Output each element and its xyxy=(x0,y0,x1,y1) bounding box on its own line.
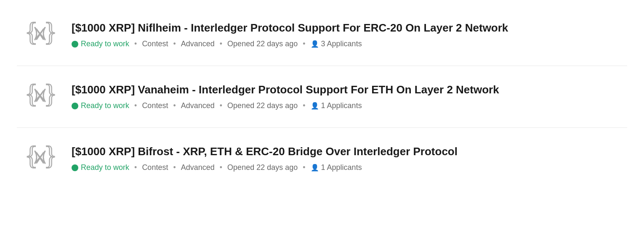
job-content-vanaheim: [$1000 XRP] Vanaheim - Interledger Proto… xyxy=(72,83,627,110)
job-level-bifrost: Advanced xyxy=(181,163,215,172)
separator-3-vanaheim: • xyxy=(220,101,222,110)
status-dot-bifrost xyxy=(72,164,78,171)
separator-1-bifrost: • xyxy=(134,163,137,172)
job-opened-niflheim: Opened 22 days ago xyxy=(227,40,298,48)
separator-3-bifrost: • xyxy=(220,163,222,172)
job-applicants-niflheim: 👤 3 Applicants xyxy=(311,40,362,48)
separator-4-niflheim: • xyxy=(303,40,305,48)
company-logo-vanaheim: { } xyxy=(17,78,63,116)
status-label-bifrost: Ready to work xyxy=(81,163,129,172)
status-dot-vanaheim xyxy=(72,103,78,109)
job-content-bifrost: [$1000 XRP] Bifrost - XRP, ETH & ERC-20 … xyxy=(72,145,627,172)
job-meta-vanaheim: Ready to work • Contest • Advanced • Ope… xyxy=(72,101,627,110)
status-badge-vanaheim: Ready to work xyxy=(72,101,129,110)
status-label-vanaheim: Ready to work xyxy=(81,101,129,110)
separator-1-niflheim: • xyxy=(134,40,137,48)
job-title-bifrost[interactable]: [$1000 XRP] Bifrost - XRP, ETH & ERC-20 … xyxy=(72,145,627,158)
job-applicants-vanaheim: 👤 1 Applicants xyxy=(311,101,362,110)
job-level-vanaheim: Advanced xyxy=(181,101,215,110)
status-label-niflheim: Ready to work xyxy=(81,40,129,48)
svg-text:{: { xyxy=(25,80,38,109)
svg-text:}: } xyxy=(44,80,57,109)
job-level-niflheim: Advanced xyxy=(181,40,215,48)
job-type-vanaheim: Contest xyxy=(142,101,168,110)
separator-2-niflheim: • xyxy=(173,40,176,48)
company-logo-niflheim: { } xyxy=(17,16,63,54)
job-type-niflheim: Contest xyxy=(142,40,168,48)
status-badge-bifrost: Ready to work xyxy=(72,163,129,172)
job-applicants-bifrost: 👤 1 Applicants xyxy=(311,163,362,172)
separator-4-bifrost: • xyxy=(303,163,305,172)
status-dot-niflheim xyxy=(72,41,78,48)
company-logo-bifrost: { } xyxy=(17,140,63,177)
applicants-icon-bifrost: 👤 xyxy=(311,164,319,171)
svg-text:}: } xyxy=(44,142,57,170)
job-meta-niflheim: Ready to work • Contest • Advanced • Ope… xyxy=(72,40,627,48)
job-content-niflheim: [$1000 XRP] Niflheim - Interledger Proto… xyxy=(72,21,627,48)
separator-2-vanaheim: • xyxy=(173,101,176,110)
job-list: { } [$1000 XRP] Niflheim - Interledger P… xyxy=(0,0,644,193)
separator-1-vanaheim: • xyxy=(134,101,137,110)
job-item-niflheim[interactable]: { } [$1000 XRP] Niflheim - Interledger P… xyxy=(17,4,627,66)
svg-text:{: { xyxy=(25,142,38,170)
svg-text:}: } xyxy=(44,18,57,47)
job-title-vanaheim[interactable]: [$1000 XRP] Vanaheim - Interledger Proto… xyxy=(72,83,627,96)
svg-text:{: { xyxy=(25,18,38,47)
job-opened-bifrost: Opened 22 days ago xyxy=(227,163,298,172)
job-meta-bifrost: Ready to work • Contest • Advanced • Ope… xyxy=(72,163,627,172)
separator-3-niflheim: • xyxy=(220,40,222,48)
applicants-icon-niflheim: 👤 xyxy=(311,40,319,48)
job-item-vanaheim[interactable]: { } [$1000 XRP] Vanaheim - Interledger P… xyxy=(17,66,627,128)
separator-2-bifrost: • xyxy=(173,163,176,172)
job-item-bifrost[interactable]: { } [$1000 XRP] Bifrost - XRP, ETH & ERC… xyxy=(17,128,627,189)
separator-4-vanaheim: • xyxy=(303,101,305,110)
job-type-bifrost: Contest xyxy=(142,163,168,172)
applicants-icon-vanaheim: 👤 xyxy=(311,102,319,109)
status-badge-niflheim: Ready to work xyxy=(72,40,129,48)
job-opened-vanaheim: Opened 22 days ago xyxy=(227,101,298,110)
job-title-niflheim[interactable]: [$1000 XRP] Niflheim - Interledger Proto… xyxy=(72,21,627,34)
